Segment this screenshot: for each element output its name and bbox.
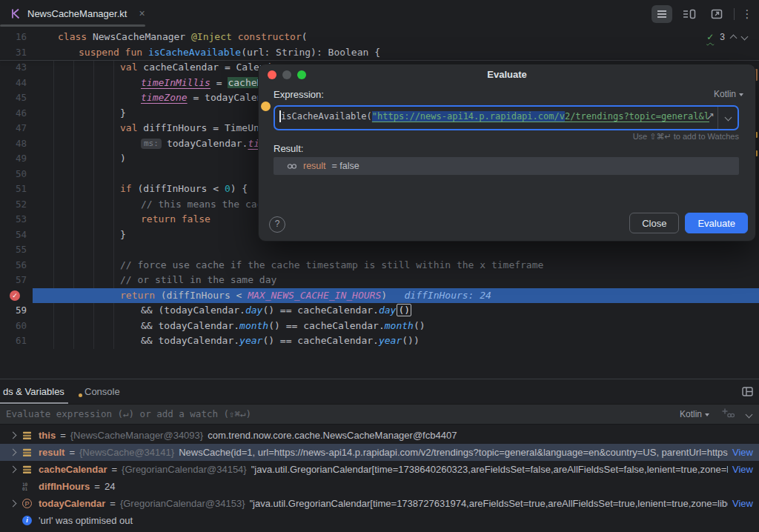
- sticky-lines-separator: [0, 60, 759, 61]
- ide-window: NewsCacheManager.kt × ⋮: [0, 0, 759, 532]
- code-line-55[interactable]: 55: [0, 242, 759, 258]
- layout-settings-button[interactable]: [742, 386, 753, 399]
- variable-name: this: [39, 430, 56, 441]
- primitive-icon: 1001: [22, 482, 39, 491]
- code-line-16[interactable]: 16class NewsCacheManager @Inject constru…: [0, 30, 759, 45]
- view-link[interactable]: View: [732, 447, 753, 458]
- line-number[interactable]: 56: [0, 258, 27, 273]
- code-text: }: [120, 106, 126, 122]
- add-to-watches-button[interactable]: [721, 408, 735, 421]
- variable-row-diffInHours[interactable]: 1001diffInHours=24: [0, 478, 759, 495]
- line-number[interactable]: 44: [0, 76, 27, 91]
- variable-value: "java.util.GregorianCalendar[time=173872…: [250, 498, 729, 509]
- debugger-message: 'url' was optimised out: [39, 515, 133, 526]
- watches-icon: [287, 163, 297, 170]
- line-number[interactable]: 59: [0, 303, 27, 319]
- code-text: timeInMillis = cacheDa: [141, 76, 268, 91]
- tab-threads-variables[interactable]: ds & Variables: [3, 379, 64, 404]
- code-line-61[interactable]: 61&& todayCalendar.year() == cacheCalend…: [0, 333, 759, 349]
- code-line-56[interactable]: 56// force use cache if the cache timest…: [0, 258, 759, 273]
- line-number[interactable]: 31: [0, 45, 27, 61]
- dialog-language-selector[interactable]: Kotlin: [714, 89, 743, 99]
- breakpoint-icon[interactable]: ✓: [10, 290, 20, 301]
- code-line-31[interactable]: 31suspend fun isCacheAvailable(url: Stri…: [0, 45, 759, 61]
- variable-row-todayCalendar[interactable]: PtodayCalendar={GregorianCalendar@34153}…: [0, 495, 759, 512]
- code-line-57[interactable]: 57// or still in the same day: [0, 273, 759, 288]
- variable-icon: [22, 465, 39, 474]
- equals-sign: =: [112, 464, 118, 475]
- open-in-window-button[interactable]: [706, 5, 727, 23]
- expression-input[interactable]: isCacheAvailable("https://news-api14.p.r…: [274, 105, 739, 130]
- line-number[interactable]: 60: [0, 319, 27, 334]
- equals-sign: =: [69, 447, 75, 458]
- line-number[interactable]: 46: [0, 106, 27, 122]
- view-link[interactable]: View: [732, 464, 753, 475]
- expression-history-dropdown[interactable]: [717, 107, 738, 129]
- line-number[interactable]: 52: [0, 197, 27, 213]
- expand-chevron-icon[interactable]: [10, 432, 17, 439]
- expression-label: Expression:: [274, 89, 324, 100]
- help-button[interactable]: ?: [269, 216, 285, 233]
- code-text: // this means the cach: [141, 197, 268, 213]
- variable-row-this[interactable]: this={NewsCacheManager@34093}com.trend.n…: [0, 427, 759, 444]
- line-number[interactable]: 55: [0, 242, 27, 258]
- line-number[interactable]: 48: [0, 136, 27, 152]
- split-view-button[interactable]: [679, 5, 700, 23]
- editor-tab[interactable]: NewsCacheManager.kt ×: [10, 0, 145, 27]
- close-tab-icon[interactable]: ×: [139, 7, 145, 19]
- next-issue-icon[interactable]: [741, 33, 749, 40]
- close-button[interactable]: Close: [629, 213, 679, 233]
- line-number[interactable]: 50: [0, 167, 27, 182]
- variable-reference: {GregorianCalendar@34153}: [120, 498, 245, 509]
- expand-editor-icon[interactable]: ↗: [706, 110, 715, 123]
- prev-issue-icon[interactable]: [730, 35, 738, 42]
- line-number[interactable]: 43: [0, 60, 27, 76]
- language-selector[interactable]: Kotlin: [680, 409, 709, 419]
- evaluate-button[interactable]: Evaluate: [685, 213, 748, 233]
- line-number[interactable]: 57: [0, 273, 27, 288]
- expression-text: isCacheAvailable("https://news-api14.p.r…: [281, 107, 715, 129]
- line-number[interactable]: 49: [0, 151, 27, 167]
- variable-name: todayCalendar: [39, 498, 105, 509]
- layout-icon: [742, 387, 753, 396]
- line-number[interactable]: 54: [0, 227, 27, 243]
- variable-row-message[interactable]: i'url' was optimised out: [0, 512, 759, 529]
- code-line-60[interactable]: 60&& todayCalendar.month() == cacheCalen…: [0, 319, 759, 334]
- code-text: suspend fun isCacheAvailable(url: String…: [79, 45, 380, 61]
- kotlin-file-icon: [10, 8, 21, 19]
- inspections-widget[interactable]: ✓ 3: [706, 31, 747, 43]
- intention-bulb-icon[interactable]: [261, 102, 271, 111]
- variable-value: NewsCache(id=1, url=https://news-api14.p…: [179, 447, 728, 458]
- result-row[interactable]: result = false: [274, 157, 739, 175]
- variable-icon: [22, 448, 39, 457]
- view-link[interactable]: View: [732, 498, 753, 509]
- editor-lines-view-button[interactable]: [652, 5, 672, 23]
- line-number[interactable]: 16: [0, 30, 27, 45]
- line-number[interactable]: 47: [0, 121, 27, 136]
- equals-sign: =: [110, 498, 116, 509]
- evaluate-expression-bar[interactable]: Evaluate expression (↵) or add a watch (…: [0, 404, 759, 425]
- code-text: timeZone = todayCalend: [141, 90, 268, 106]
- expand-chevron-icon[interactable]: [10, 466, 17, 473]
- expand-bar-chevron-icon[interactable]: [746, 410, 753, 418]
- console-activity-dot: [79, 393, 82, 397]
- line-number[interactable]: 61: [0, 333, 27, 349]
- line-number[interactable]: 45: [0, 90, 27, 106]
- expand-chevron-icon[interactable]: [10, 500, 17, 508]
- more-options-icon[interactable]: ⋮: [741, 5, 753, 23]
- evaluate-expression-placeholder: Evaluate expression (↵) or add a watch (…: [6, 405, 251, 424]
- variable-row-result[interactable]: result={NewsCache@34141}NewsCache(id=1, …: [0, 444, 759, 461]
- tab-console[interactable]: Console: [84, 379, 120, 404]
- code-line-59[interactable]: 59&& (todayCalendar.day() == cacheCalend…: [0, 303, 759, 319]
- dialog-language-label: Kotlin: [714, 89, 736, 99]
- tab-scrollbar-thumb[interactable]: [0, 24, 145, 27]
- editor-tab-bar: NewsCacheManager.kt × ⋮: [0, 0, 759, 29]
- expand-chevron-icon[interactable]: [10, 449, 17, 456]
- variable-row-cacheCalendar[interactable]: cacheCalendar={GregorianCalendar@34154}"…: [0, 461, 759, 478]
- parameter-icon: P: [22, 499, 39, 508]
- code-text: }: [120, 227, 126, 243]
- line-number[interactable]: 51: [0, 182, 27, 197]
- line-number[interactable]: 53: [0, 212, 27, 227]
- code-line-58[interactable]: ✓return (diffInHours < MAX_NEWS_CACHE_IN…: [0, 288, 759, 304]
- tab-title: NewsCacheManager.kt: [27, 8, 127, 19]
